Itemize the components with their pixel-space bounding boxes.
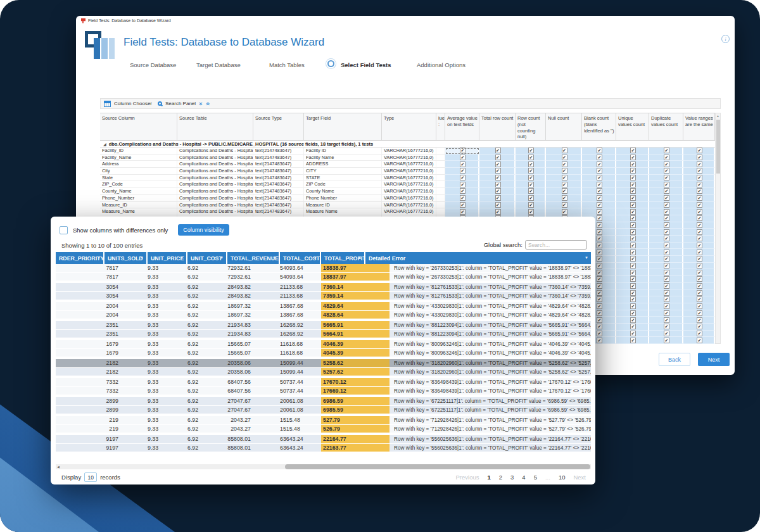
field-test-checkbox[interactable] <box>630 168 636 174</box>
field-test-checkbox[interactable] <box>664 229 669 235</box>
grid-group-row[interactable]: dbo.Complications and Deaths - Hospital … <box>100 141 715 148</box>
field-test-checkbox[interactable] <box>630 250 636 255</box>
field-test-checkbox[interactable] <box>597 243 602 248</box>
scrollbar-thumb[interactable] <box>716 120 720 174</box>
field-test-checkbox[interactable] <box>562 202 567 208</box>
grid-row[interactable]: Phone_NumberComplications and Deaths - H… <box>100 195 715 202</box>
field-test-checkbox[interactable] <box>664 250 669 255</box>
field-test-checkbox[interactable] <box>697 155 702 160</box>
grid-row[interactable]: Facility_IDComplications and Deaths - Ho… <box>100 148 715 155</box>
field-test-checkbox[interactable] <box>630 209 636 215</box>
field-test-checkbox[interactable] <box>495 195 501 201</box>
field-test-checkbox[interactable] <box>664 270 669 276</box>
result-row[interactable]: 23519.336.9221934.8316268.925665.91Row w… <box>56 321 591 329</box>
field-test-checkbox[interactable] <box>528 168 534 174</box>
result-row[interactable]: 2199.336.922043.271515.48527.79Row with … <box>56 416 591 424</box>
grid-column-header[interactable]: Type <box>382 113 436 140</box>
scrollbar-thumb[interactable] <box>285 464 590 469</box>
field-test-checkbox[interactable] <box>562 162 567 167</box>
page-button[interactable]: 5 <box>534 474 537 481</box>
result-column-header[interactable]: TOTAL_COST <box>280 252 321 264</box>
grid-column-header[interactable]: Duplicate values count <box>649 113 683 140</box>
field-test-checkbox[interactable] <box>664 215 669 221</box>
field-test-checkbox[interactable] <box>597 290 602 296</box>
scroll-left-icon[interactable]: ◀ <box>57 465 60 469</box>
wizard-step[interactable]: Select Field Tests <box>341 61 391 68</box>
field-test-checkbox[interactable] <box>664 317 669 323</box>
field-test-checkbox[interactable] <box>697 270 702 276</box>
field-test-checkbox[interactable] <box>528 162 534 167</box>
field-test-checkbox[interactable] <box>495 209 501 215</box>
field-test-checkbox[interactable] <box>697 175 702 180</box>
result-row[interactable]: 20049.336.9218697.3213867.684828.64Row w… <box>56 310 591 319</box>
field-test-checkbox[interactable] <box>697 290 702 296</box>
wizard-step[interactable]: Match Tables <box>269 61 305 68</box>
field-test-checkbox[interactable] <box>664 222 669 228</box>
field-test-checkbox[interactable] <box>630 263 636 269</box>
field-test-checkbox[interactable] <box>562 175 567 180</box>
result-row[interactable]: 78179.336.9272932.6154093.6418837.97Row … <box>56 272 591 281</box>
field-test-checkbox[interactable] <box>597 317 602 323</box>
result-row[interactable]: 91979.336.9285808.0163643.2422163.77Row … <box>56 443 591 452</box>
field-test-checkbox[interactable] <box>697 236 702 241</box>
field-test-checkbox[interactable] <box>630 276 636 282</box>
field-test-checkbox[interactable] <box>664 202 669 208</box>
field-test-checkbox[interactable] <box>630 270 636 276</box>
field-test-checkbox[interactable] <box>697 331 702 336</box>
field-test-checkbox[interactable] <box>460 148 466 153</box>
result-row[interactable]: 16799.336.9215665.0711618.684045.39Row w… <box>56 348 591 357</box>
grid-column-header[interactable]: Null count <box>546 113 582 140</box>
result-column-header[interactable]: TOTAL_PROFIT <box>321 252 365 264</box>
field-test-checkbox[interactable] <box>630 256 636 262</box>
result-column-header[interactable]: RDER_PRIORITY <box>56 252 104 264</box>
grid-column-header[interactable]: Unique values count <box>616 113 649 140</box>
field-test-checkbox[interactable] <box>460 195 466 201</box>
field-test-checkbox[interactable] <box>697 276 702 282</box>
field-test-checkbox[interactable] <box>597 188 602 194</box>
field-test-checkbox[interactable] <box>597 236 602 241</box>
result-row[interactable]: 2199.336.922043.271515.48526.79Row with … <box>56 424 591 433</box>
field-test-checkbox[interactable] <box>562 168 567 174</box>
field-test-checkbox[interactable] <box>630 229 636 235</box>
column-chooser-button[interactable]: Column Chooser <box>114 101 152 106</box>
field-test-checkbox[interactable] <box>697 229 702 235</box>
global-search-input[interactable] <box>525 240 587 250</box>
group-expand-icon[interactable] <box>103 141 109 147</box>
expand-all-icon[interactable]: « <box>198 102 204 106</box>
field-test-checkbox[interactable] <box>562 195 567 201</box>
field-test-checkbox[interactable] <box>495 188 501 194</box>
field-test-checkbox[interactable] <box>528 195 534 201</box>
result-row[interactable]: 21829.336.9220358.0615099.445257.62Row w… <box>56 367 591 376</box>
field-test-checkbox[interactable] <box>664 324 669 329</box>
field-test-checkbox[interactable] <box>597 215 602 221</box>
field-test-checkbox[interactable] <box>664 296 669 302</box>
field-test-checkbox[interactable] <box>630 303 636 309</box>
field-test-checkbox[interactable] <box>597 296 602 302</box>
field-test-checkbox[interactable] <box>528 148 534 153</box>
field-test-checkbox[interactable] <box>460 168 466 174</box>
result-column-header[interactable]: UNIT_PRICE <box>148 252 187 264</box>
field-test-checkbox[interactable] <box>597 250 602 255</box>
field-test-checkbox[interactable] <box>597 202 602 208</box>
field-test-checkbox[interactable] <box>664 155 669 160</box>
column-chooser-icon[interactable] <box>104 101 111 107</box>
grid-row[interactable]: StateComplications and Deaths - Hospital… <box>100 175 715 182</box>
wizard-step[interactable]: Additional Options <box>417 61 466 68</box>
field-test-checkbox[interactable] <box>597 256 602 262</box>
field-test-checkbox[interactable] <box>495 155 501 160</box>
field-test-checkbox[interactable] <box>597 270 602 276</box>
grid-column-header[interactable]: Source Type <box>253 113 304 140</box>
page-button[interactable]: 4 <box>522 474 525 481</box>
grid-vertical-scrollbar[interactable]: ▲ <box>715 113 721 344</box>
field-test-checkbox[interactable] <box>664 303 669 309</box>
result-row[interactable]: 73329.336.9268407.5650737.4417670.12Row … <box>56 378 591 386</box>
field-test-checkbox[interactable] <box>630 296 636 302</box>
field-test-checkbox[interactable] <box>528 188 534 194</box>
result-column-header[interactable]: UNITS_SOLD <box>104 252 148 264</box>
field-test-checkbox[interactable] <box>697 209 702 215</box>
field-test-checkbox[interactable] <box>664 188 669 194</box>
field-test-checkbox[interactable] <box>630 202 636 208</box>
field-test-checkbox[interactable] <box>697 324 702 329</box>
collapse-all-icon[interactable]: « <box>204 102 210 106</box>
field-test-checkbox[interactable] <box>495 175 501 180</box>
